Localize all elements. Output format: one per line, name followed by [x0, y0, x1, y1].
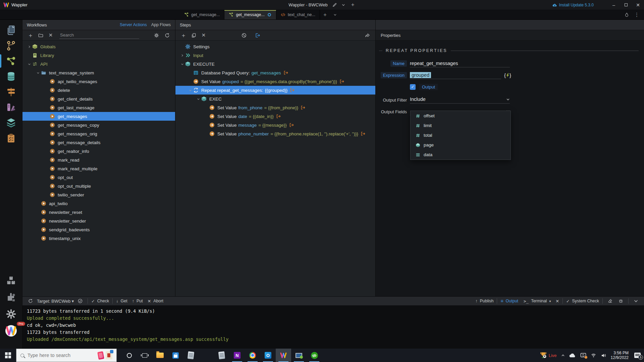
notification-center-icon[interactable]: 5 [634, 353, 641, 358]
workflows-icon[interactable] [0, 53, 22, 69]
tree-item[interactable]: opt_out_multiple [22, 182, 175, 190]
settings-icon[interactable] [0, 306, 22, 322]
add-step-button[interactable]: ＋ [179, 31, 187, 39]
tree-item[interactable]: newsletter_reset [22, 208, 175, 217]
maximize-button[interactable] [620, 0, 632, 10]
tree-item[interactable]: get_client_details [22, 95, 175, 103]
collapse-panel-chevron-icon[interactable] [632, 297, 640, 305]
taskbar-search-input[interactable] [28, 353, 95, 358]
exit-output-icon[interactable] [253, 31, 261, 39]
extensions-icon[interactable] [0, 290, 22, 305]
routing-icon[interactable] [0, 84, 22, 100]
volume-icon[interactable] [601, 353, 606, 358]
name-field[interactable]: repeat_get_messages [410, 60, 510, 67]
wifi-icon[interactable] [591, 353, 596, 358]
check-button[interactable]: ✓Check [91, 299, 109, 304]
dropdown-option[interactable]: offset [411, 111, 511, 121]
output-filter-select[interactable]: Include [410, 96, 510, 104]
tree-item[interactable]: delete [22, 86, 175, 95]
tree-item[interactable]: Globals [22, 42, 175, 51]
file-explorer-icon[interactable] [152, 349, 168, 362]
step-item[interactable]: Settings [175, 42, 375, 51]
abort-button[interactable]: ✕Abort [148, 299, 163, 304]
wappler-taskbar-icon[interactable] [276, 349, 291, 362]
taskbar-search[interactable] [16, 349, 117, 362]
sticky-notes-icon[interactable] [183, 349, 199, 362]
tree-item[interactable]: api_twilio [22, 199, 175, 208]
tree-item[interactable]: get_messages_copy [22, 121, 175, 129]
open-in-browser-icon[interactable] [363, 31, 371, 39]
put-button[interactable]: ↑Put [132, 299, 143, 303]
layers-icon[interactable] [0, 115, 22, 130]
task-view-icon[interactable] [137, 349, 152, 362]
taskbar-clock[interactable]: 3:56 PM 12/9/2022 [611, 351, 629, 360]
tree-item[interactable]: get_messages_orig [22, 129, 175, 138]
wappler-pro-icon[interactable]: Pro [0, 323, 22, 339]
dropdown-option[interactable]: page [411, 140, 511, 150]
more-options-icon[interactable]: ⋮ [634, 12, 639, 18]
tree-item[interactable]: get_realtor_info [22, 147, 175, 156]
styles-drop-icon[interactable] [625, 12, 629, 17]
remote-desktop-icon[interactable] [291, 349, 307, 362]
dropdown-option[interactable]: total [411, 130, 511, 140]
onenote-icon[interactable]: N [229, 349, 245, 362]
tree-item[interactable]: API [22, 60, 175, 68]
tree-item[interactable]: sendgrid_badevents [22, 225, 175, 234]
step-item[interactable]: EXECUTE [175, 60, 375, 68]
tree-item[interactable]: mark_read_multiple [22, 164, 175, 173]
tree-item[interactable]: get_last_message [22, 103, 175, 112]
tree-item[interactable]: api_twilio_mesages [22, 77, 175, 86]
clear-output-icon[interactable] [606, 297, 614, 305]
close-panel-button[interactable]: ✕ [555, 299, 559, 304]
close-button[interactable]: ✕ [632, 0, 644, 10]
step-item[interactable]: Set Value grouped = {{get_messages.data.… [175, 77, 375, 86]
screen-sync-icon[interactable] [580, 353, 586, 358]
editor-tab[interactable]: text_chat_ne... [276, 10, 320, 19]
microsoft-store-icon[interactable] [168, 349, 183, 362]
step-item[interactable]: EXEC [175, 95, 375, 103]
step-item[interactable]: Input [175, 51, 375, 60]
step-item[interactable]: Set Value from_phone = {{from_phone}} [175, 103, 375, 112]
dropdown-option[interactable]: limit [411, 121, 511, 130]
editor-tab[interactable]: get_message... [224, 10, 276, 19]
step-item[interactable]: Database Paged Query: get_messages [175, 68, 375, 77]
tree-item[interactable]: get_messages [22, 112, 175, 121]
output-checkbox[interactable] [410, 84, 416, 90]
tree-item[interactable]: twilio_sender [22, 190, 175, 199]
project-dropdown-icon[interactable] [342, 3, 345, 7]
refresh-target-icon[interactable] [26, 297, 35, 305]
debug-bug-icon[interactable] [617, 297, 625, 305]
git-icon[interactable] [0, 38, 22, 53]
step-item[interactable]: Set Value message = {{message}} [175, 121, 375, 129]
quickbooks-icon[interactable]: qb [307, 349, 322, 362]
cortana-icon[interactable] [121, 349, 137, 362]
packages-icon[interactable] [0, 273, 22, 288]
new-project-icon[interactable]: ＋ [350, 1, 356, 8]
disable-step-icon[interactable] [240, 31, 248, 39]
design-icon[interactable] [0, 100, 22, 115]
refresh-workflows-icon[interactable] [163, 31, 171, 39]
app-flows-tab[interactable]: App Flows [151, 22, 171, 27]
terminal-tab-button[interactable]: >_Terminal▾ [524, 299, 551, 304]
tree-item[interactable]: Library [22, 51, 175, 60]
step-item[interactable]: Set Value phone_number = {{from_phone.re… [175, 129, 375, 138]
get-button[interactable]: ↓Get [116, 299, 127, 303]
tree-item[interactable]: newsletter_sender [22, 217, 175, 225]
tray-expand-chevron-icon[interactable] [561, 354, 565, 357]
tree-item[interactable]: opt_out [22, 173, 175, 182]
publish-button[interactable]: ↑Publish [475, 299, 493, 303]
output-tab-button[interactable]: ≡Output [500, 298, 518, 304]
new-tab-button[interactable]: ＋ [320, 10, 330, 19]
rename-project-icon[interactable] [332, 3, 337, 7]
sports-live-widget[interactable]: Live [540, 352, 557, 359]
minimize-button[interactable]: – [608, 0, 620, 10]
workflows-settings-gear-icon[interactable] [152, 31, 160, 39]
step-item[interactable]: Set Value date = {{date_in}} [175, 112, 375, 121]
tree-item[interactable]: get_message_details [22, 138, 175, 147]
chrome-icon[interactable] [245, 349, 260, 362]
tab-list-chevron-icon[interactable] [330, 10, 340, 19]
tree-item[interactable]: mark_read [22, 156, 175, 164]
copy-step-button[interactable] [190, 31, 198, 39]
step-item[interactable]: Repeat repeat_get_messages: {{grouped}} [175, 86, 375, 95]
target-selector[interactable]: Target: BWCWeb ▾ [37, 299, 74, 304]
